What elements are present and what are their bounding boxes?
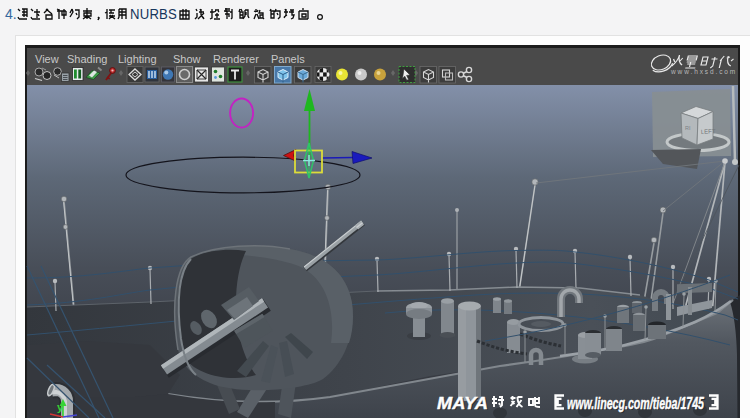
svg-text:Show: Show (173, 53, 201, 65)
svg-text:www.hxsd.com: www.hxsd.com (670, 68, 737, 75)
svg-text:y: y (57, 401, 64, 413)
svg-text:LEFT: LEFT (701, 128, 716, 135)
svg-text:Renderer: Renderer (213, 53, 259, 65)
svg-text:4.: 4. (5, 6, 17, 22)
svg-text:RI: RI (685, 125, 691, 131)
svg-text:NURBS: NURBS (130, 6, 177, 22)
svg-text:www.linecg.com/tieba/1745: www.linecg.com/tieba/1745 (567, 395, 705, 412)
svg-text:MAYA: MAYA (437, 395, 488, 412)
svg-text:Panels: Panels (271, 53, 305, 65)
svg-text:Shading: Shading (67, 53, 107, 65)
svg-text:Lighting: Lighting (118, 53, 157, 65)
svg-text:View: View (35, 53, 59, 65)
